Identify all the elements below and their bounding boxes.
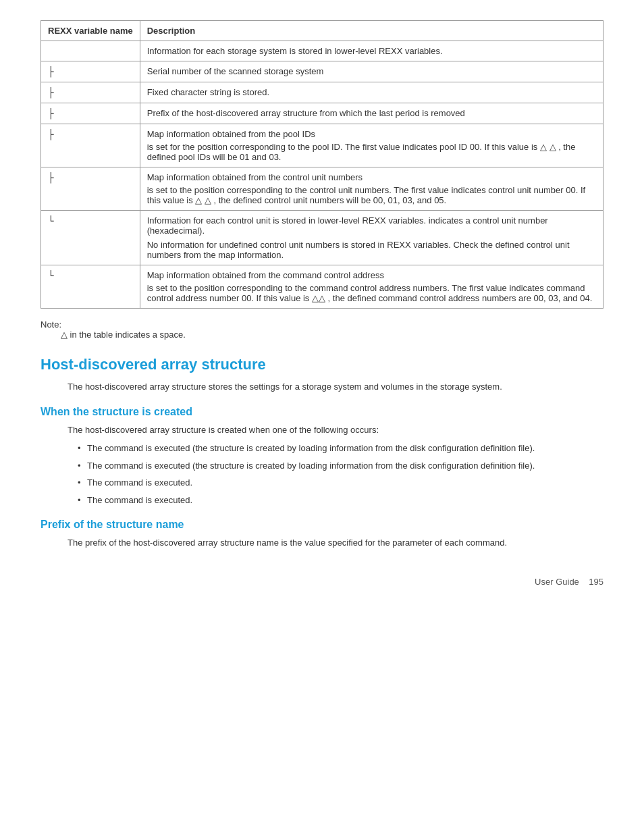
note-label: Note:	[41, 319, 603, 330]
subsection1-bullets: The command is executed (the structure i…	[78, 442, 603, 506]
table-row: └ Information for each control unit is s…	[41, 211, 603, 265]
desc-cell: Information for each storage system is s…	[140, 41, 603, 61]
desc-line1: Map information obtained from the pool I…	[147, 129, 596, 139]
table-row: ├ Prefix of the host-discovered array st…	[41, 103, 603, 124]
subsection2-text: The prefix of the host-discovered array …	[68, 536, 603, 550]
var-cell: └	[41, 265, 140, 309]
bullet-item: The command is executed (the structure i…	[78, 459, 603, 473]
table-row: ├ Fixed character string is stored.	[41, 82, 603, 103]
bullet-item: The command is executed.	[78, 476, 603, 490]
table-row: Information for each storage system is s…	[41, 41, 603, 61]
rexx-variable-table: REXX variable name Description Informati…	[41, 20, 603, 309]
note-section: Note: △ in the table indicates a space.	[41, 319, 603, 340]
desc-cell: Fixed character string is stored.	[140, 82, 603, 103]
page-number: 195	[589, 577, 603, 587]
subsection2-title: Prefix of the structure name	[41, 519, 603, 531]
subsection1-title: When the structure is created	[41, 406, 603, 418]
table-row: ├ Map information obtained from the cont…	[41, 167, 603, 211]
bullet-item: The command is executed.	[78, 494, 603, 507]
desc-line2: is set for the position corresponding to…	[147, 142, 596, 162]
var-cell: ├	[41, 82, 140, 103]
bullet-item: The command is executed (the structure i…	[78, 442, 603, 455]
main-section-title: Host-discovered array structure	[41, 356, 603, 373]
desc-line2: is set to the position corresponding to …	[147, 283, 596, 303]
desc-cell: Serial number of the scanned storage sys…	[140, 61, 603, 82]
var-cell	[41, 41, 140, 61]
footer-label: User Guide	[535, 577, 579, 587]
var-cell: └	[41, 211, 140, 265]
page-footer: User Guide 195	[41, 577, 603, 587]
desc-cell: Information for each control unit is sto…	[140, 211, 603, 265]
var-cell: ├	[41, 124, 140, 167]
desc-line2: is set to the position corresponding to …	[147, 185, 596, 205]
var-cell: ├	[41, 167, 140, 211]
desc-cell: Prefix of the host-discovered array stru…	[140, 103, 603, 124]
col-header-desc: Description	[140, 21, 603, 41]
desc-cell: Map information obtained from the pool I…	[140, 124, 603, 167]
desc-line1: Information for each control unit is sto…	[147, 215, 596, 236]
col-header-var: REXX variable name	[41, 21, 140, 41]
desc-line1: Map information obtained from the contro…	[147, 172, 596, 182]
desc-line2: No information for undefined control uni…	[147, 240, 596, 260]
table-row: └ Map information obtained from the comm…	[41, 265, 603, 309]
var-cell: ├	[41, 61, 140, 82]
desc-line1: Map information obtained from the comman…	[147, 270, 596, 280]
main-section-intro: The host-discovered array structure stor…	[68, 380, 603, 394]
table-row: ├ Serial number of the scanned storage s…	[41, 61, 603, 82]
subsection1-intro: The host-discovered array structure is c…	[68, 423, 603, 437]
desc-cell: Map information obtained from the contro…	[140, 167, 603, 211]
table-row: ├ Map information obtained from the pool…	[41, 124, 603, 167]
note-text: △ in the table indicates a space.	[61, 330, 603, 340]
desc-cell: Map information obtained from the comman…	[140, 265, 603, 309]
var-cell: ├	[41, 103, 140, 124]
